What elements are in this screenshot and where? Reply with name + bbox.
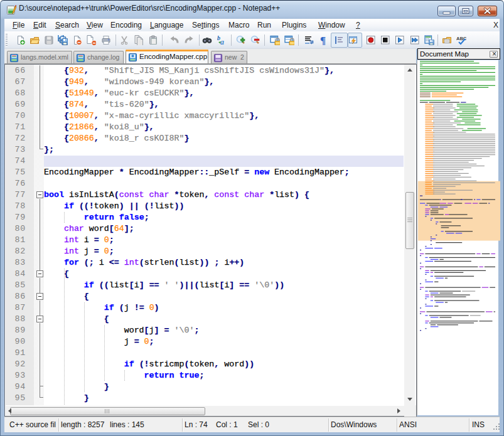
svg-text:a: a <box>220 38 224 45</box>
svg-text:¶: ¶ <box>320 35 326 45</box>
svg-text:ABC: ABC <box>456 36 466 41</box>
